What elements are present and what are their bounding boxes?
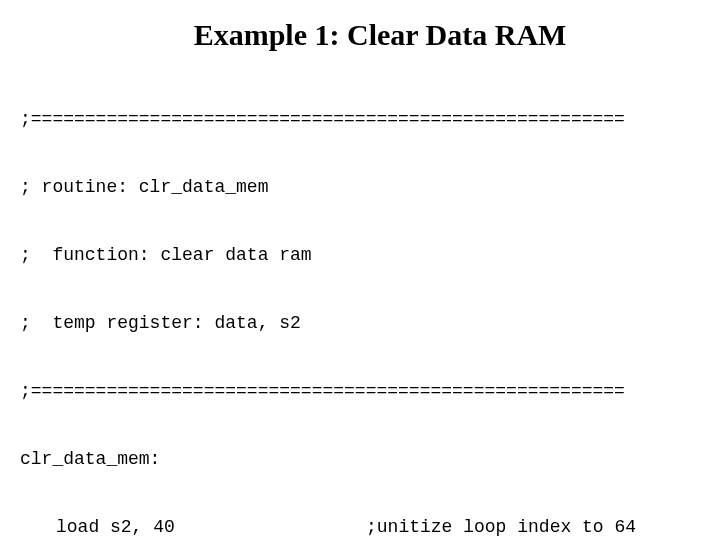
instr-comment: ;unitize loop index to 64 — [366, 518, 636, 536]
slide-title: Example 1: Clear Data RAM — [20, 18, 700, 52]
code-block: ;=======================================… — [20, 74, 700, 540]
label-clr-data-mem: clr_data_mem: — [20, 450, 700, 468]
comment-divider-bottom: ;=======================================… — [20, 382, 700, 400]
comment-divider-top: ;=======================================… — [20, 110, 700, 128]
comment-function: ; function: clear data ram — [20, 246, 700, 264]
instr-text: load s2, 40 — [56, 518, 366, 536]
instr-load-s2: load s2, 40;unitize loop index to 64 — [20, 518, 700, 536]
slide-container: Example 1: Clear Data RAM ;=============… — [0, 0, 720, 540]
comment-routine: ; routine: clr_data_mem — [20, 178, 700, 196]
comment-temp-register: ; temp register: data, s2 — [20, 314, 700, 332]
